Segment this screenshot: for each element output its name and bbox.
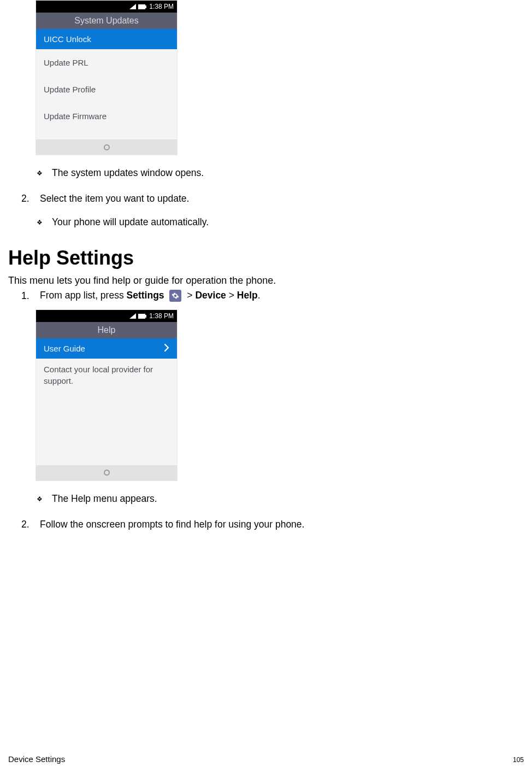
battery-icon bbox=[138, 4, 147, 9]
footer-section: Device Settings bbox=[8, 754, 65, 764]
sep: > bbox=[187, 290, 195, 301]
intro-text: This menu lets you find help or guide fo… bbox=[8, 275, 524, 286]
bullet-system-updates-opens: ❖ The system updates window opens. bbox=[37, 167, 524, 179]
screen-title: Help bbox=[36, 322, 177, 338]
step-number: 1. bbox=[21, 290, 40, 302]
option-label: User Guide bbox=[44, 344, 85, 353]
phone-screenshot-help: 1:38 PM Help User Guide Contact your loc… bbox=[36, 309, 178, 481]
bullet-help-appears: ❖ The Help menu appears. bbox=[37, 493, 524, 505]
step-2-follow-prompts: 2. Follow the onscreen prompts to find h… bbox=[21, 519, 524, 530]
device-label: Device bbox=[195, 290, 226, 301]
screen-title: System Updates bbox=[36, 13, 177, 29]
bullet-text: The system updates window opens. bbox=[52, 167, 204, 179]
svg-marker-3 bbox=[129, 313, 136, 319]
step-text: Follow the onscreen prompts to find help… bbox=[40, 519, 304, 530]
step-prefix: From app list, press bbox=[40, 290, 127, 301]
blank-area bbox=[36, 389, 177, 465]
diamond-bullet-icon: ❖ bbox=[37, 216, 52, 228]
status-bar: 1:38 PM bbox=[36, 1, 177, 13]
footer-page-number: 105 bbox=[513, 754, 524, 764]
blank-area bbox=[36, 130, 177, 139]
option-label: Update Firmware bbox=[44, 112, 107, 121]
period: . bbox=[258, 290, 261, 301]
step-text: From app list, press Settings > Device >… bbox=[40, 290, 261, 302]
svg-rect-4 bbox=[138, 314, 145, 319]
option-uicc-unlock[interactable]: UICC Unlock bbox=[36, 29, 177, 49]
signal-icon bbox=[129, 313, 136, 319]
step-text: Select the item you want to update. bbox=[40, 193, 189, 204]
svg-rect-1 bbox=[138, 4, 145, 9]
phone-screenshot-system-updates: 1:38 PM System Updates UICC Unlock Updat… bbox=[36, 0, 178, 155]
svg-rect-5 bbox=[145, 315, 146, 318]
status-time: 1:38 PM bbox=[149, 312, 174, 320]
heading-help-settings: Help Settings bbox=[8, 247, 524, 270]
option-update-profile[interactable]: Update Profile bbox=[36, 76, 177, 103]
nav-bar bbox=[36, 465, 177, 481]
svg-marker-0 bbox=[129, 4, 136, 9]
option-label: Update PRL bbox=[44, 58, 88, 67]
settings-gear-icon bbox=[169, 290, 181, 302]
option-user-guide[interactable]: User Guide bbox=[36, 338, 177, 359]
help-label: Help bbox=[237, 290, 258, 301]
option-update-prl[interactable]: Update PRL bbox=[36, 49, 177, 76]
diamond-bullet-icon: ❖ bbox=[37, 493, 52, 505]
svg-rect-2 bbox=[145, 5, 146, 8]
page-footer: Device Settings 105 bbox=[8, 754, 524, 764]
nav-bar bbox=[36, 139, 177, 155]
signal-icon bbox=[129, 4, 136, 9]
option-label: UICC Unlock bbox=[44, 34, 91, 44]
bullet-text: The Help menu appears. bbox=[52, 493, 157, 505]
status-time: 1:38 PM bbox=[149, 3, 174, 10]
home-icon[interactable] bbox=[104, 144, 110, 150]
chevron-right-icon bbox=[164, 344, 169, 353]
bullet-update-auto: ❖ Your phone will update automatically. bbox=[37, 216, 524, 228]
step-1-open-help: 1. From app list, press Settings > Devic… bbox=[21, 290, 524, 302]
bullet-text: Your phone will update automatically. bbox=[52, 216, 209, 228]
diamond-bullet-icon: ❖ bbox=[37, 167, 52, 179]
contact-provider-text: Contact your local provider for support. bbox=[36, 359, 177, 389]
step-2-select-item: 2. Select the item you want to update. bbox=[21, 193, 524, 204]
status-bar: 1:38 PM bbox=[36, 310, 177, 322]
step-number: 2. bbox=[21, 519, 40, 530]
option-label: Update Profile bbox=[44, 85, 96, 94]
option-update-firmware[interactable]: Update Firmware bbox=[36, 103, 177, 130]
step-number: 2. bbox=[21, 193, 40, 204]
settings-label: Settings bbox=[127, 290, 164, 301]
home-icon[interactable] bbox=[104, 470, 110, 476]
battery-icon bbox=[138, 314, 147, 319]
sep: > bbox=[226, 290, 237, 301]
